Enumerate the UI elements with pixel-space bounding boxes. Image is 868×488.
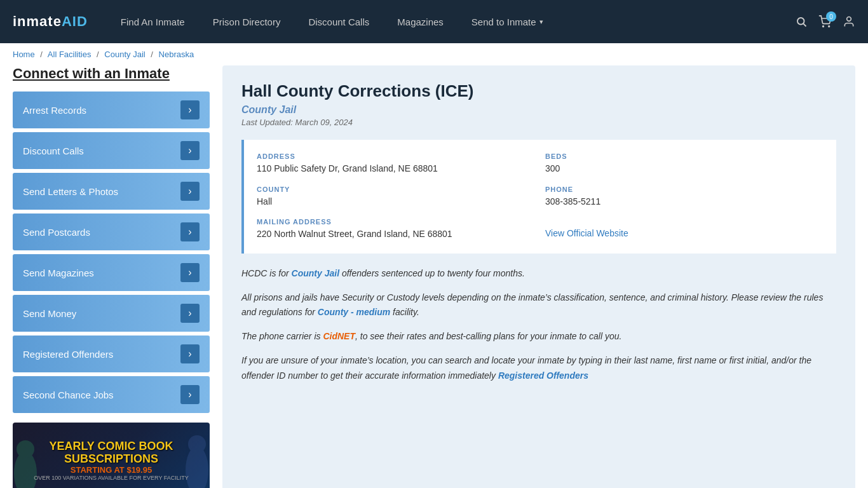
dropdown-arrow-icon: ▾ (539, 18, 543, 26)
desc-para1: HCDC is for County Jail offenders senten… (241, 266, 836, 281)
sidebar-btn-second-chance-jobs[interactable]: Second Chance Jobs › (13, 376, 210, 413)
county-label: COUNTY (257, 186, 535, 193)
phone-block: PHONE 308-385-5211 (545, 186, 824, 208)
breadcrumb-home[interactable]: Home (13, 50, 35, 59)
facility-content: Hall County Corrections (ICE) County Jai… (222, 65, 855, 488)
sidebar-btn-discount-calls[interactable]: Discount Calls › (13, 132, 210, 169)
beds-block: BEDS 300 (545, 152, 824, 175)
sidebar-btn-send-letters[interactable]: Send Letters & Photos › (13, 173, 210, 210)
facility-title: Hall County Corrections (ICE) (241, 81, 836, 101)
desc-county-medium-link[interactable]: County - medium (318, 307, 390, 317)
logo[interactable]: inmateAID (13, 13, 88, 30)
cart-button[interactable]: 0 (818, 15, 831, 28)
desc-registered-offenders-link[interactable]: Registered Offenders (498, 370, 588, 381)
desc-county-jail-link[interactable]: County Jail (292, 268, 339, 278)
mailing-block: MAILING ADDRESS 220 North Walnut Street,… (257, 218, 535, 241)
arrow-icon-jobs: › (180, 385, 200, 404)
sidebar-ad[interactable]: YEARLY COMIC BOOKSUBSCRIPTIONS STARTING … (13, 423, 210, 488)
address-block: ADDRESS 110 Public Safety Dr, Grand Isla… (257, 152, 535, 175)
breadcrumb-county-jail[interactable]: County Jail (104, 50, 145, 59)
facility-type: County Jail (241, 104, 836, 116)
description: HCDC is for County Jail offenders senten… (241, 266, 836, 384)
arrow-icon-letters: › (180, 182, 200, 201)
logo-text-aid: AID (62, 13, 88, 29)
ad-small-text: OVER 100 VARIATIONS AVAILABLE FOR EVERY … (34, 475, 189, 481)
sidebar-title: Connect with an Inmate (13, 65, 210, 82)
county-value: Hall (257, 196, 535, 208)
nav-icons: 0 (796, 15, 855, 28)
arrow-icon-magazines: › (180, 263, 200, 282)
breadcrumb-all-facilities[interactable]: All Facilities (48, 50, 92, 59)
sidebar-btn-send-postcards[interactable]: Send Postcards › (13, 214, 210, 250)
user-icon (843, 15, 855, 28)
breadcrumb: Home / All Facilities / County Jail / Ne… (0, 43, 868, 65)
website-block: LINK View Official Website (545, 218, 824, 241)
svg-point-2 (823, 26, 824, 27)
arrow-icon-discount: › (180, 141, 200, 160)
sidebar-btn-arrest-records[interactable]: Arrest Records › (13, 92, 210, 128)
nav-send-to-inmate[interactable]: Send to Inmate▾ (458, 0, 557, 43)
desc-cidnet-link[interactable]: CidNET (323, 331, 355, 341)
cart-count: 0 (826, 11, 836, 22)
nav-magazines[interactable]: Magazines (383, 0, 458, 43)
beds-label: BEDS (545, 152, 824, 160)
breadcrumb-nebraska[interactable]: Nebraska (159, 50, 194, 59)
nav-prison-directory[interactable]: Prison Directory (199, 0, 295, 43)
sidebar-btn-send-magazines[interactable]: Send Magazines › (13, 254, 210, 291)
nav-discount-calls[interactable]: Discount Calls (294, 0, 383, 43)
arrow-icon-postcards: › (180, 222, 200, 241)
beds-value: 300 (545, 163, 824, 175)
desc-para4: If you are unsure of your inmate’s locat… (241, 353, 836, 384)
address-label: ADDRESS (257, 152, 535, 160)
arrow-icon-offenders: › (180, 344, 200, 363)
address-value: 110 Public Safety Dr, Grand Island, NE 6… (257, 163, 535, 175)
info-grid: ADDRESS 110 Public Safety Dr, Grand Isla… (241, 140, 836, 254)
logo-text-inmate: inmate (13, 13, 62, 29)
mailing-label: MAILING ADDRESS (257, 218, 535, 226)
phone-value: 308-385-5211 (545, 196, 824, 208)
svg-point-8 (188, 435, 206, 453)
arrow-icon-arrest: › (180, 100, 200, 119)
svg-point-3 (829, 26, 830, 27)
navbar: inmateAID Find An Inmate Prison Director… (0, 0, 868, 43)
search-icon (796, 16, 807, 27)
facility-updated: Last Updated: March 09, 2024 (241, 118, 836, 127)
svg-point-6 (17, 440, 34, 458)
phone-label: PHONE (545, 186, 824, 193)
desc-para3: The phone carrier is CidNET, to see thei… (241, 329, 836, 344)
nav-links: Find An Inmate Prison Directory Discount… (107, 0, 796, 43)
main-container: Connect with an Inmate Arrest Records › … (0, 65, 868, 488)
svg-point-0 (797, 18, 804, 25)
mailing-value: 220 North Walnut Street, Grand Island, N… (257, 228, 535, 241)
svg-point-4 (847, 17, 851, 22)
user-button[interactable] (843, 15, 855, 28)
nav-find-inmate[interactable]: Find An Inmate (107, 0, 199, 43)
desc-para2: All prisons and jails have Security or C… (241, 290, 836, 321)
ad-content: YEARLY COMIC BOOKSUBSCRIPTIONS STARTING … (34, 440, 189, 482)
arrow-icon-money: › (180, 304, 200, 323)
sidebar-btn-send-money[interactable]: Send Money › (13, 295, 210, 332)
sidebar: Connect with an Inmate Arrest Records › … (13, 65, 210, 488)
search-button[interactable] (796, 16, 807, 27)
county-block: COUNTY Hall (257, 186, 535, 208)
official-website-link[interactable]: View Official Website (545, 228, 628, 238)
ad-title: YEARLY COMIC BOOKSUBSCRIPTIONS (34, 440, 189, 466)
svg-line-1 (803, 24, 806, 26)
ad-subtitle: STARTING AT $19.95 (34, 465, 189, 475)
sidebar-btn-registered-offenders[interactable]: Registered Offenders › (13, 336, 210, 372)
